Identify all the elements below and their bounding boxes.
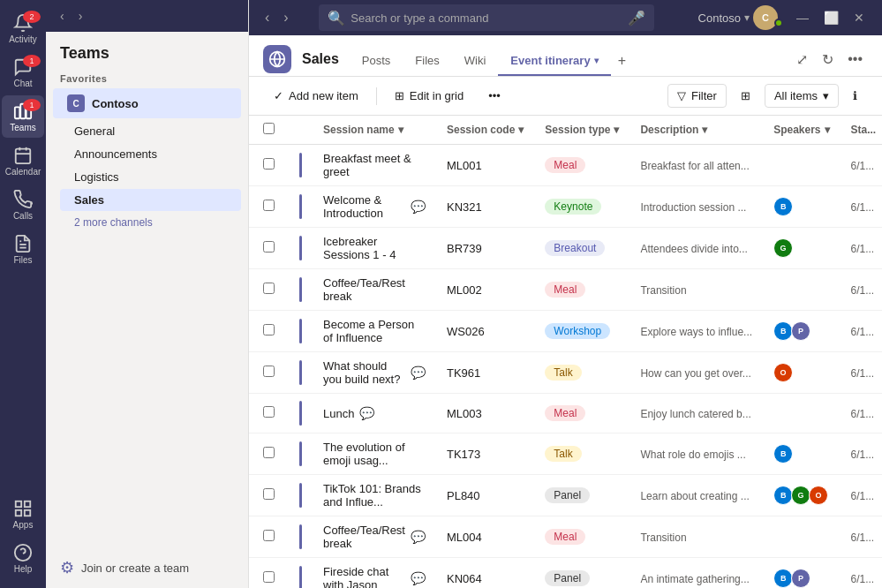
session-name-cell[interactable]: Fireside chat with Jason💬: [313, 558, 436, 589]
session-name-cell[interactable]: Coffee/Tea/Rest break: [313, 269, 436, 311]
table-row[interactable]: What should you build next?💬TK961TalkHow…: [249, 352, 882, 394]
row-checkbox-cell[interactable]: [249, 145, 285, 186]
session-name-cell[interactable]: Coffee/Tea/Rest break💬: [313, 516, 436, 558]
edit-grid-label: Edit in grid: [410, 89, 464, 102]
col-session-type[interactable]: Session type ▾: [534, 116, 629, 145]
sidebar-icon-apps[interactable]: Apps: [2, 493, 44, 535]
row-checkbox[interactable]: [263, 571, 275, 583]
table-row[interactable]: Lunch💬ML003MealEnjoy lunch catered b...6…: [249, 394, 882, 433]
col-start[interactable]: Sta...: [841, 116, 883, 145]
session-name-cell[interactable]: The evolution of emoji usag...: [313, 433, 436, 475]
session-name-cell[interactable]: Lunch💬: [313, 394, 436, 433]
table-row[interactable]: Breakfast meet & greetML001MealBreakfast…: [249, 145, 882, 186]
tab-wiki[interactable]: Wiki: [452, 47, 499, 76]
expand-button[interactable]: ⤢: [791, 48, 813, 72]
row-checkbox-cell[interactable]: [249, 228, 285, 269]
channel-general[interactable]: General: [60, 120, 241, 142]
row-checkbox[interactable]: [263, 200, 275, 211]
row-checkbox-cell[interactable]: [249, 311, 285, 352]
row-checkbox-cell[interactable]: [249, 269, 285, 311]
table-row[interactable]: Become a Person of InfluenceWS026Worksho…: [249, 311, 882, 352]
row-checkbox-cell[interactable]: [249, 516, 285, 558]
row-checkbox[interactable]: [263, 447, 275, 458]
table-row[interactable]: Welcome & Introduction💬KN321KeynoteIntro…: [249, 186, 882, 228]
row-checkbox-cell[interactable]: [249, 352, 285, 394]
edit-grid-button[interactable]: ⊞ Edit in grid: [384, 84, 474, 108]
sidebar-icon-activity[interactable]: Activity 2: [2, 7, 44, 49]
more-channels[interactable]: 2 more channels: [60, 212, 241, 233]
close-button[interactable]: ✕: [847, 9, 871, 26]
search-input[interactable]: [351, 11, 622, 25]
session-name-cell[interactable]: What should you build next?💬: [313, 352, 436, 394]
team-contoso[interactable]: C Contoso: [53, 88, 241, 118]
row-checkbox-cell[interactable]: [249, 394, 285, 433]
row-checkbox-cell[interactable]: [249, 558, 285, 589]
row-checkbox[interactable]: [263, 241, 275, 253]
data-table-wrapper[interactable]: Session name ▾ Session code ▾ Session ty…: [249, 116, 882, 588]
row-checkbox-cell[interactable]: [249, 433, 285, 475]
nav-forward-button[interactable]: ›: [75, 7, 87, 25]
row-checkbox[interactable]: [263, 530, 275, 541]
col-session-code[interactable]: Session code ▾: [436, 116, 534, 145]
col-session-name[interactable]: Session name ▾: [313, 116, 436, 145]
maximize-button[interactable]: ⬜: [818, 9, 843, 26]
session-name-cell[interactable]: Icebreaker Sessions 1 - 4: [313, 228, 436, 269]
row-checkbox[interactable]: [263, 366, 275, 377]
col-description[interactable]: Description ▾: [629, 116, 763, 145]
row-checkbox[interactable]: [263, 406, 275, 418]
row-checkbox[interactable]: [263, 488, 275, 500]
more-toolbar-button[interactable]: •••: [478, 84, 511, 108]
sidebar-icon-teams[interactable]: Teams 1: [2, 95, 44, 138]
table-row[interactable]: Coffee/Tea/Rest break💬ML004MealTransitio…: [249, 516, 882, 558]
row-checkbox-cell[interactable]: [249, 186, 285, 228]
sidebar-icon-help[interactable]: Help: [2, 537, 44, 579]
table-row[interactable]: TikTok 101: Brands and Influe...PL840Pan…: [249, 475, 882, 516]
row-checkbox-cell[interactable]: [249, 475, 285, 516]
row-indicator-cell: [285, 228, 313, 269]
channel-sales[interactable]: Sales: [60, 189, 241, 211]
tab-posts[interactable]: Posts: [350, 47, 403, 76]
chat-icon[interactable]: 💬: [359, 406, 374, 420]
col-speakers[interactable]: Speakers ▾: [763, 116, 840, 145]
forward-button[interactable]: ›: [278, 6, 293, 29]
more-button[interactable]: •••: [842, 48, 868, 71]
view-select[interactable]: All items ▾: [765, 84, 839, 108]
sidebar-icon-calls[interactable]: Calls: [2, 184, 44, 226]
info-button[interactable]: ℹ: [842, 84, 868, 108]
tab-itinerary[interactable]: Event itinerary ▾: [498, 47, 610, 76]
channel-logistics[interactable]: Logistics: [60, 166, 241, 188]
table-row[interactable]: Fireside chat with Jason💬KN064PanelAn in…: [249, 558, 882, 589]
add-item-button[interactable]: ✓ Add new item: [263, 84, 369, 108]
view-toggle-button[interactable]: ⊞: [730, 84, 761, 108]
chat-icon[interactable]: 💬: [411, 571, 426, 585]
tab-files[interactable]: Files: [403, 47, 451, 76]
sidebar-icon-calendar[interactable]: Calendar: [2, 139, 44, 182]
chat-icon[interactable]: 💬: [411, 200, 426, 214]
col-check[interactable]: [249, 116, 285, 145]
select-all-checkbox[interactable]: [263, 123, 275, 134]
refresh-button[interactable]: ↻: [817, 48, 839, 72]
join-team-button[interactable]: ⚙ Join or create a team: [46, 547, 248, 588]
search-bar[interactable]: 🔍 🎤: [319, 4, 654, 31]
session-name-cell[interactable]: Become a Person of Influence: [313, 311, 436, 352]
session-name-cell[interactable]: Welcome & Introduction💬: [313, 186, 436, 228]
sidebar-icon-files[interactable]: Files: [2, 228, 44, 270]
session-name-cell[interactable]: Breakfast meet & greet: [313, 145, 436, 186]
table-row[interactable]: Icebreaker Sessions 1 - 4BR739BreakoutAt…: [249, 228, 882, 269]
chat-icon[interactable]: 💬: [411, 530, 426, 544]
channel-announcements[interactable]: Announcements: [60, 143, 241, 165]
row-checkbox[interactable]: [263, 283, 275, 294]
nav-back-button[interactable]: ‹: [57, 7, 68, 25]
table-row[interactable]: Coffee/Tea/Rest breakML002MealTransition…: [249, 269, 882, 311]
row-checkbox[interactable]: [263, 158, 275, 170]
row-checkbox[interactable]: [263, 324, 275, 335]
tab-add-button[interactable]: +: [611, 46, 633, 76]
back-button[interactable]: ‹: [260, 6, 275, 29]
chat-icon[interactable]: 💬: [411, 366, 426, 380]
table-row[interactable]: The evolution of emoji usag...TK173TalkW…: [249, 433, 882, 475]
sidebar-icon-chat[interactable]: Chat 1: [2, 51, 44, 94]
minimize-button[interactable]: —: [790, 9, 815, 26]
user-info[interactable]: Contoso ▾ C: [698, 5, 783, 30]
session-name-cell[interactable]: TikTok 101: Brands and Influe...: [313, 475, 436, 516]
filter-button[interactable]: ▽ Filter: [667, 84, 727, 108]
